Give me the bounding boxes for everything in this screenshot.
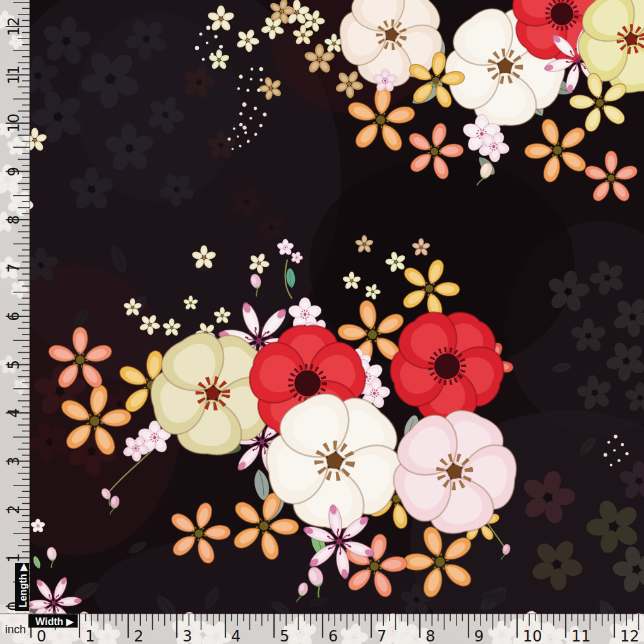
width-label: Width ▶ <box>35 616 75 627</box>
bottom-ruler-number: 2 <box>134 628 143 644</box>
bottom-ruler-number: 3 <box>182 628 192 644</box>
left-ruler-number: 5 <box>5 360 23 369</box>
left-ruler-number: 10 <box>5 114 23 133</box>
bottom-ruler-number: 10 <box>523 628 542 644</box>
left-ruler-number: 3 <box>5 456 23 466</box>
left-ruler <box>0 0 30 612</box>
bottom-ruler-number: 9 <box>474 628 484 644</box>
length-label: Length ▶ <box>18 563 28 607</box>
left-ruler-number: 4 <box>5 408 23 417</box>
left-ruler-number: 9 <box>5 167 23 176</box>
left-ruler-number: 8 <box>5 215 23 224</box>
bottom-ruler-number: 12 <box>620 628 640 644</box>
bottom-ruler-number: 11 <box>571 628 591 644</box>
bottom-ruler-number: 5 <box>280 628 289 644</box>
bottom-ruler-number: 7 <box>377 628 386 644</box>
bottom-ruler-number: 6 <box>328 628 338 644</box>
bottom-ruler-number: 1 <box>85 628 95 644</box>
bottom-ruler-number: 0 <box>37 628 46 644</box>
fabric-product-photo: 01234567891011120123456789101112Length ▶… <box>0 0 644 644</box>
bottom-ruler-number: 4 <box>231 628 241 644</box>
fabric-scene: 01234567891011120123456789101112Length ▶… <box>0 0 644 644</box>
left-ruler-number: 11 <box>5 65 23 85</box>
unit-label: inch <box>5 623 26 636</box>
bottom-ruler-number: 8 <box>426 628 435 644</box>
left-ruler-number: 7 <box>5 263 23 273</box>
left-ruler-number: 12 <box>5 17 23 37</box>
left-ruler-number: 2 <box>5 504 23 514</box>
left-ruler-number: 1 <box>5 553 23 563</box>
left-ruler-number: 6 <box>5 311 23 321</box>
